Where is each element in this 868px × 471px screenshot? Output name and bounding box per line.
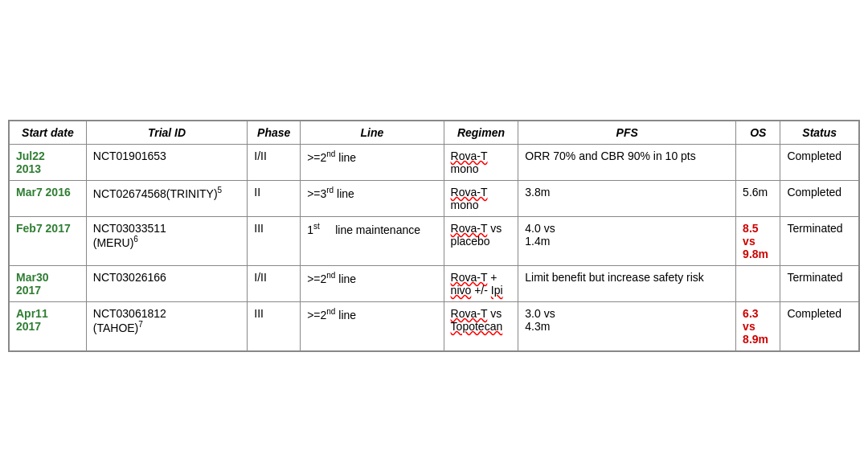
table-row: Feb7 2017NCT03033511(MERU)6III1st line m… — [10, 216, 859, 265]
cell-start-date: Mar7 2016 — [10, 180, 87, 216]
cell-trial-id: NCT02674568(TRINITY)5 — [86, 180, 248, 216]
cell-pfs: 4.0 vs 1.4m — [518, 216, 736, 265]
cell-regimen: Rova-Tmono — [444, 180, 518, 216]
cell-pfs: 3.0 vs 4.3m — [518, 301, 736, 350]
cell-line: >=2nd line — [301, 144, 444, 180]
cell-status: Completed — [780, 301, 859, 350]
cell-os: 5.6m — [736, 180, 780, 216]
cell-regimen: Rova-T vsplacebo — [444, 216, 518, 265]
col-header-status: Status — [780, 121, 859, 144]
table-row: Mar7 2016NCT02674568(TRINITY)5II>=3rd li… — [10, 180, 859, 216]
cell-os — [736, 144, 780, 180]
cell-status: Terminated — [780, 265, 859, 301]
cell-trial-id: NCT03061812(TAHOE)7 — [86, 301, 248, 350]
cell-pfs: Limit benefit but increase safety risk — [518, 265, 736, 301]
clinical-trials-table: Start dateTrial IDPhaseLineRegimenPFSOSS… — [8, 120, 860, 352]
table-row: Apr11 2017NCT03061812(TAHOE)7III>=2nd li… — [10, 301, 859, 350]
col-header-os: OS — [736, 121, 780, 144]
col-header-pfs: PFS — [518, 121, 736, 144]
cell-os: 6.3 vs 8.9m — [736, 301, 780, 350]
cell-start-date: Mar30 2017 — [10, 265, 87, 301]
cell-phase: I/II — [248, 144, 301, 180]
cell-regimen: Rova-Tmono — [444, 144, 518, 180]
table-row: Jul22 2013NCT01901653I/II>=2nd lineRova-… — [10, 144, 859, 180]
cell-os — [736, 265, 780, 301]
cell-regimen: Rova-T vsTopotecan — [444, 301, 518, 350]
cell-status: Terminated — [780, 216, 859, 265]
cell-trial-id: NCT01901653 — [86, 144, 248, 180]
cell-os: 8.5 vs 9.8m — [736, 216, 780, 265]
col-header-trial_id: Trial ID — [86, 121, 248, 144]
cell-trial-id: NCT03033511(MERU)6 — [86, 216, 248, 265]
cell-line: >=3rd line — [301, 180, 444, 216]
cell-line: >=2nd line — [301, 301, 444, 350]
cell-line: >=2nd line — [301, 265, 444, 301]
cell-phase: III — [248, 216, 301, 265]
col-header-regimen: Regimen — [444, 121, 518, 144]
table-row: Mar30 2017NCT03026166I/II>=2nd lineRova-… — [10, 265, 859, 301]
cell-phase: III — [248, 301, 301, 350]
cell-pfs: ORR 70% and CBR 90% in 10 pts — [518, 144, 736, 180]
cell-status: Completed — [780, 180, 859, 216]
cell-start-date: Jul22 2013 — [10, 144, 87, 180]
cell-status: Completed — [780, 144, 859, 180]
col-header-start_date: Start date — [10, 121, 87, 144]
cell-phase: II — [248, 180, 301, 216]
col-header-line: Line — [301, 121, 444, 144]
cell-regimen: Rova-T +nivo +/- Ipi — [444, 265, 518, 301]
col-header-phase: Phase — [248, 121, 301, 144]
cell-start-date: Apr11 2017 — [10, 301, 87, 350]
cell-start-date: Feb7 2017 — [10, 216, 87, 265]
cell-pfs: 3.8m — [518, 180, 736, 216]
cell-trial-id: NCT03026166 — [86, 265, 248, 301]
cell-phase: I/II — [248, 265, 301, 301]
cell-line: 1st line maintenance — [301, 216, 444, 265]
